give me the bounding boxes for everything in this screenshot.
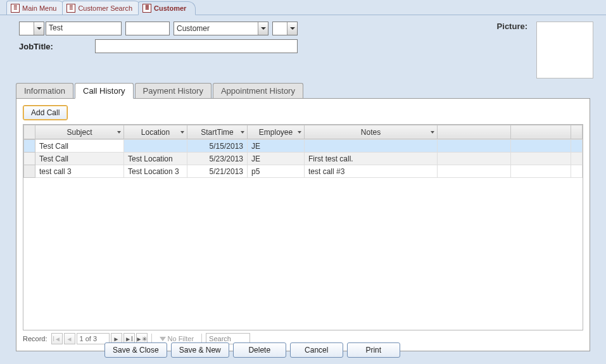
table-row[interactable]: Test Call 5/15/2013 JE (24, 140, 583, 153)
cell-starttime[interactable]: 5/23/2013 (187, 153, 248, 165)
first-name-field[interactable]: Test (46, 22, 122, 35)
cell-employee[interactable]: p5 (248, 165, 305, 178)
save-close-button[interactable]: Save & Close (104, 342, 167, 358)
save-new-button[interactable]: Save & New (171, 342, 229, 358)
detail-tabs: Information Call History Payment History… (16, 82, 590, 351)
cell-blank[interactable] (438, 153, 511, 165)
row-selector[interactable] (24, 140, 35, 153)
table-row[interactable]: Test Call Test Location 5/23/2013 JE Fir… (24, 153, 583, 165)
jobtitle-field[interactable] (95, 39, 298, 53)
cell-subject[interactable]: Test Call (35, 140, 124, 153)
cell-employee[interactable]: JE (248, 153, 305, 165)
col-blank[interactable] (571, 125, 583, 139)
app-tab-customer-search[interactable]: Customer Search (62, 1, 142, 15)
chevron-down-icon (296, 129, 303, 135)
btn-label: Save & New (179, 346, 221, 355)
form-icon (142, 4, 151, 13)
app-tab-main-menu[interactable]: Main Menu (6, 1, 66, 15)
tab-information[interactable]: Information (16, 83, 73, 99)
delete-button[interactable]: Delete (233, 342, 286, 358)
suffix-combo[interactable] (272, 22, 298, 35)
col-label: Employee (259, 128, 293, 137)
col-label: Location (141, 128, 170, 137)
col-blank[interactable] (511, 125, 571, 139)
col-label: Subject (66, 128, 92, 137)
record-label: Record: (23, 335, 47, 342)
cell-blank[interactable] (511, 140, 571, 153)
chevron-down-icon (258, 22, 268, 35)
search-placeholder: Search (209, 335, 231, 342)
cell-subject[interactable]: test call 3 (35, 165, 124, 178)
last-name-value: Customer (177, 24, 210, 33)
btn-label: Save & Close (113, 346, 159, 355)
col-blank[interactable] (438, 125, 511, 139)
app-tab-bar: Main Menu Customer Search Customer (0, 0, 606, 15)
cell-subject[interactable]: Test Call (35, 153, 124, 165)
chevron-down-icon (239, 129, 246, 135)
tab-page-call-history: Add Call Subj (16, 98, 590, 351)
tab-call-history[interactable]: Call History (75, 83, 133, 99)
btn-label: Cancel (305, 346, 328, 355)
cell-starttime[interactable]: 5/15/2013 (187, 140, 248, 153)
picture-box[interactable] (536, 22, 593, 78)
cell-starttime[interactable]: 5/21/2013 (187, 165, 248, 178)
title-combo[interactable] (19, 22, 44, 35)
footer-buttons: Save & Close Save & New Delete Cancel Pr… (0, 342, 606, 358)
form-icon (66, 4, 75, 13)
table-row[interactable]: test call 3 Test Location 3 5/21/2013 p5… (24, 165, 583, 178)
picture-label: Picture: (497, 22, 527, 31)
cell-blank[interactable] (438, 140, 511, 153)
cell-location[interactable] (124, 140, 187, 153)
chevron-down-icon (287, 22, 297, 35)
col-notes[interactable]: Notes (305, 125, 438, 139)
chevron-down-icon (429, 129, 436, 135)
cell-blank[interactable] (438, 165, 511, 178)
cell-notes[interactable]: test call #3 (305, 165, 438, 178)
row-selector[interactable] (24, 153, 35, 165)
col-subject[interactable]: Subject (35, 125, 124, 139)
tab-label: Information (24, 86, 65, 96)
cancel-button[interactable]: Cancel (290, 342, 343, 358)
grid-header-row: Subject Location StartTime Employee Note… (24, 125, 583, 139)
form-icon (11, 4, 20, 13)
tab-payment-history[interactable]: Payment History (135, 83, 211, 99)
funnel-icon (160, 337, 166, 341)
tab-label: Appointment History (221, 86, 295, 96)
col-location[interactable]: Location (124, 125, 187, 139)
cell-notes[interactable]: First test call. (305, 153, 438, 165)
tab-label: Call History (83, 86, 125, 96)
app-tab-customer[interactable]: Customer (138, 1, 196, 15)
cell-blank[interactable] (571, 165, 583, 178)
middle-name-field[interactable] (125, 22, 170, 35)
app-tab-label: Main Menu (22, 4, 56, 12)
tab-appointment-history[interactable]: Appointment History (213, 83, 303, 99)
print-button[interactable]: Print (347, 342, 400, 358)
cell-blank[interactable] (511, 165, 571, 178)
col-label: StartTime (201, 128, 234, 137)
cell-location[interactable]: Test Location (124, 153, 187, 165)
cell-employee[interactable]: JE (248, 140, 305, 153)
chevron-down-icon (116, 129, 122, 135)
col-employee[interactable]: Employee (248, 125, 305, 139)
cell-notes[interactable] (305, 140, 438, 153)
cell-location[interactable]: Test Location 3 (124, 165, 187, 178)
col-label: Notes (361, 128, 381, 137)
select-all-corner[interactable] (24, 125, 35, 139)
tab-label: Payment History (143, 86, 203, 96)
chevron-down-icon (34, 22, 44, 35)
calls-grid: Subject Location StartTime Employee Note… (23, 124, 583, 330)
row-selector[interactable] (24, 165, 35, 178)
record-position-value: 1 of 3 (80, 335, 98, 342)
cell-blank[interactable] (571, 153, 583, 165)
last-name-combo[interactable]: Customer (174, 22, 268, 35)
first-name-value: Test (49, 23, 63, 32)
app-tab-label: Customer Search (78, 4, 132, 12)
add-call-button[interactable]: Add Call (23, 105, 68, 120)
app-tab-label: Customer (154, 4, 186, 12)
cell-blank[interactable] (511, 153, 571, 165)
chevron-down-icon (179, 129, 186, 135)
no-filter-label: No Filter (168, 335, 194, 342)
btn-label: Delete (248, 346, 270, 355)
col-starttime[interactable]: StartTime (187, 125, 248, 139)
cell-blank[interactable] (571, 140, 583, 153)
